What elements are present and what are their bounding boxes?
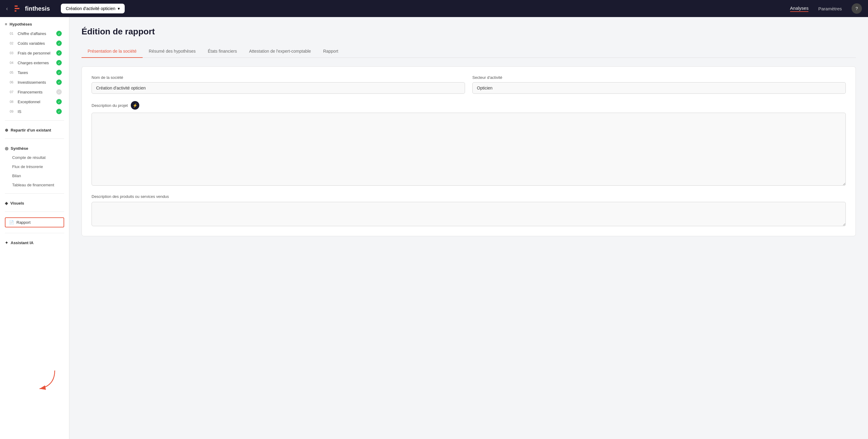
check-icon-is: ✓ [56,109,62,114]
tab-attestation[interactable]: Attestation de l'expert-comptable [243,45,317,58]
form-row-top: Nom de la société Secteur d'activité [92,75,846,94]
logo: finthesis [14,4,50,13]
check-icon-investissements: ✓ [56,80,62,85]
ai-fill-button[interactable]: ⚡ [131,101,139,110]
sidebar-item-tableau-financement[interactable]: Tableau de financement [7,180,62,189]
secteur-input[interactable] [472,82,846,94]
main-content: Édition de rapport Présentation de la so… [69,17,868,439]
check-icon-couts-variables: ✓ [56,40,62,46]
back-button[interactable]: ‹ [6,5,8,12]
sidebar-item-chiffre-affaires[interactable]: 01 Chiffre d'affaires ✓ [5,29,64,38]
assistant-icon: ✦ [5,240,8,245]
tab-resume-hypotheses[interactable]: Résumé des hypothèses [143,45,202,58]
sidebar-item-taxes[interactable]: 05 Taxes ✓ [5,68,64,77]
topnav-right: Analyses Paramètres ? [790,3,862,14]
sidebar-hypotheses-header: ≡ Hypothèses [5,22,64,27]
sidebar-visuels-header[interactable]: ◈ Visuels [5,201,64,205]
svg-rect-0 [14,5,18,7]
sidebar-item-compte-resultat[interactable]: Compte de résultat [7,153,62,162]
check-icon-charges-externes: ✓ [56,60,62,65]
sidebar-item-financements[interactable]: 07 Financements ✓ [5,87,64,96]
sidebar-item-is[interactable]: 09 IS ✓ [5,107,64,116]
check-icon-financements: ✓ [56,89,62,95]
nom-input[interactable] [92,82,465,94]
visuels-icon: ◈ [5,201,8,205]
form-group-nom: Nom de la société [92,75,465,94]
sidebar-item-rapport[interactable]: 📄 Rapport [5,217,64,227]
description-produits-section: Description des produits ou services ven… [92,194,846,227]
tab-presentation[interactable]: Présentation de la société [82,45,143,58]
list-icon: ≡ [5,22,7,27]
sidebar-item-investissements[interactable]: 06 Investissements ✓ [5,78,64,87]
check-icon-chiffre-affaires: ✓ [56,31,62,36]
sidebar-synthese-section: ◎ Synthèse Compte de résultat Flux de tr… [0,141,69,191]
sidebar: ≡ Hypothèses 01 Chiffre d'affaires ✓ 02 … [0,17,69,439]
check-icon-taxes: ✓ [56,70,62,75]
sidebar-hypotheses-section: ≡ Hypothèses 01 Chiffre d'affaires ✓ 02 … [0,17,69,118]
check-icon-exceptionnel: ✓ [56,99,62,105]
sidebar-synthese-header: ◎ Synthèse [5,146,64,151]
logo-text: finthesis [25,5,50,12]
description-projet-label: Description du projet [92,103,128,108]
repartir-icon: ⊕ [5,128,8,133]
sidebar-divider-5 [5,233,64,233]
page-title: Édition de rapport [82,27,856,36]
help-button[interactable]: ? [851,3,862,14]
tab-bar: Présentation de la société Résumé des hy… [82,45,856,58]
tab-rapport[interactable]: Rapport [317,45,344,58]
secteur-label: Secteur d'activité [472,75,846,80]
sidebar-visuels-section: ◈ Visuels [0,196,69,209]
project-dropdown[interactable]: Création d'activité opticien ▾ [61,4,125,13]
sidebar-repartir-section: ⊕ Repartir d'un existant [0,123,69,136]
sidebar-item-flux-tresorerie[interactable]: Flux de trésorerie [7,162,62,171]
synthese-icon: ◎ [5,146,8,151]
description-projet-section: Description du projet ⚡ [92,101,846,187]
project-dropdown-label: Création d'activité opticien [66,6,115,11]
description-label-row: Description du projet ⚡ [92,101,846,110]
sidebar-item-charges-externes[interactable]: 04 Charges externes ✓ [5,58,64,67]
sidebar-assistant-header[interactable]: ✦ Assistant IA [5,240,64,245]
presentation-card: Nom de la société Secteur d'activité Des… [82,66,856,236]
svg-rect-2 [14,10,17,11]
nom-label: Nom de la société [92,75,465,80]
sidebar-item-couts-variables[interactable]: 02 Coûts variables ✓ [5,39,64,48]
description-produits-textarea[interactable] [92,202,846,226]
sidebar-divider-1 [5,120,64,121]
sidebar-divider-3 [5,193,64,194]
svg-rect-1 [14,8,20,9]
form-group-secteur: Secteur d'activité [472,75,846,94]
check-icon-frais-personnel: ✓ [56,50,62,56]
description-projet-textarea[interactable] [92,113,846,186]
description-produits-label-row: Description des produits ou services ven… [92,194,846,199]
nav-link-parametres[interactable]: Paramètres [818,6,842,11]
sidebar-item-exceptionnel[interactable]: 08 Exceptionnel ✓ [5,97,64,106]
sidebar-repartir-header[interactable]: ⊕ Repartir d'un existant [5,128,64,133]
tab-etats-financiers[interactable]: États financiers [202,45,243,58]
top-navigation: ‹ finthesis Création d'activité opticien… [0,0,868,17]
sidebar-item-bilan[interactable]: Bilan [7,171,62,180]
sidebar-rapport-section: 📄 Rapport [0,214,69,231]
sidebar-item-frais-personnel[interactable]: 03 Frais de personnel ✓ [5,49,64,58]
sidebar-assistant-section: ✦ Assistant IA [0,236,69,249]
nav-link-analyses[interactable]: Analyses [790,5,809,12]
sidebar-divider-2 [5,139,64,139]
description-produits-label: Description des produits ou services ven… [92,194,169,199]
app-layout: ≡ Hypothèses 01 Chiffre d'affaires ✓ 02 … [0,17,868,439]
rapport-icon: 📄 [9,220,14,225]
chevron-down-icon: ▾ [118,6,120,11]
